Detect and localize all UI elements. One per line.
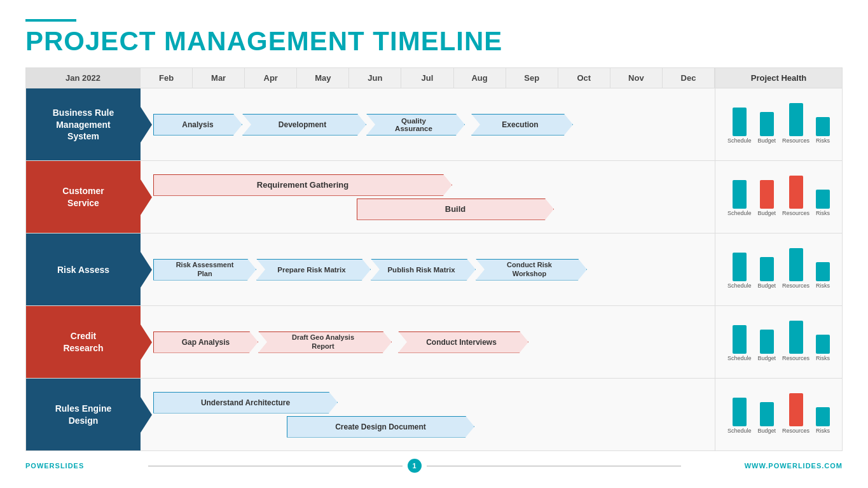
slide: PROJECT MANAGEMENT TIMELINE Jan 2022 Feb… <box>0 0 868 488</box>
arrow-understand-architecture: Understand Architecture <box>153 392 338 414</box>
footer-brand: POWERSLIDES <box>25 462 84 470</box>
health-schedule: Schedule <box>727 108 752 144</box>
health-bars-cs: Schedule Budget Resources <box>727 176 830 216</box>
health-budget-re: Budget <box>757 402 776 434</box>
month-oct: Oct <box>558 68 610 88</box>
footer: POWERSLIDES 1 WWW.POWERLIDES.COM <box>25 456 843 475</box>
gantt-row-cs-top: Requirement Gathering <box>153 175 715 195</box>
health-risks: Risks <box>816 117 830 144</box>
month-sep: Sep <box>506 68 558 88</box>
gantt-risk-assess: Risk AssessmentPlan Prepare Risk Matrix … <box>141 234 715 305</box>
health-business-rule: Schedule Budget Resources <box>715 88 842 160</box>
footer-center: 1 <box>148 459 681 473</box>
arrow-development: Development <box>242 114 366 136</box>
header: PROJECT MANAGEMENT TIMELINE <box>25 19 843 56</box>
footer-power: POWER <box>25 462 55 470</box>
footer-url: WWW.POWERLIDES.COM <box>745 462 843 470</box>
label-rules-engine: Rules EngineDesign <box>26 379 141 450</box>
arrow-prepare-risk-matrix: Prepare Risk Matrix <box>256 259 371 281</box>
health-customer-service: Schedule Budget Resources <box>715 161 842 233</box>
health-schedule-cr: Schedule <box>727 325 752 361</box>
arrow-draft-geo: Draft Geo AnalysisReport <box>258 331 392 353</box>
health-bars-cr: Schedule Budget Resources <box>727 321 830 361</box>
month-nov: Nov <box>610 68 663 88</box>
footer-line-left <box>148 466 403 466</box>
health-rules-engine: Schedule Budget Resources <box>715 379 842 450</box>
health-resources-re: Resources <box>782 393 809 434</box>
label-business-rule: Business RuleManagementSystem <box>26 88 141 160</box>
title-black: PROJECT MANAGEMENT <box>25 26 373 56</box>
gantt-row-1-top: Analysis Development QualityAssurance Ex… <box>153 115 715 135</box>
rows-container: Business RuleManagementSystem Analysis D… <box>25 88 843 451</box>
health-bars-business-rule: Schedule Budget Resources <box>727 103 830 144</box>
accent-line <box>25 19 76 22</box>
arrow-publish-risk-matrix: Publish Risk Matrix <box>371 259 476 281</box>
health-bars-ra: Schedule Budget Resources <box>727 248 830 289</box>
month-jan: Jan 2022 <box>26 68 141 88</box>
health-schedule-cs: Schedule <box>727 180 752 216</box>
page-number: 1 <box>408 459 422 473</box>
footer-line-right <box>427 466 681 466</box>
gantt-rules-engine: Understand Architecture Create Design Do… <box>141 379 715 450</box>
health-bars-re: Schedule Budget Resources <box>727 393 830 434</box>
row-rules-engine: Rules EngineDesign Understand Architectu… <box>26 379 842 450</box>
page-title: PROJECT MANAGEMENT TIMELINE <box>25 27 843 56</box>
month-aug: Aug <box>454 68 506 88</box>
gantt-business-rule: Analysis Development QualityAssurance Ex… <box>141 88 715 160</box>
gantt-credit-research: Gap Analysis Draft Geo AnalysisReport Co… <box>141 306 715 378</box>
health-resources-ra: Resources <box>782 248 809 289</box>
health-risks-cs: Risks <box>816 190 830 216</box>
row-customer-service: CustomerService Requirement Gathering Bu… <box>26 161 842 234</box>
month-feb: Feb <box>141 68 193 88</box>
health-risks-cr: Risks <box>816 335 830 361</box>
health-budget: Budget <box>757 112 776 144</box>
title-cyan: TIMELINE <box>373 26 502 56</box>
row-risk-assess: Risk Assess Risk AssessmentPlan Prepare … <box>26 234 842 306</box>
health-resources-cs: Resources <box>782 176 809 216</box>
health-resources-cr: Resources <box>782 321 809 361</box>
month-mar: Mar <box>193 68 245 88</box>
health-budget-cr: Budget <box>757 330 776 361</box>
month-header-row: Jan 2022 Feb Mar Apr May Jun Jul Aug Sep… <box>25 67 843 88</box>
arrow-create-design-document: Create Design Document <box>287 416 474 438</box>
label-customer-service: CustomerService <box>26 161 141 233</box>
health-budget-cs: Budget <box>757 180 776 216</box>
gantt-row-re-bottom: Create Design Document <box>153 417 715 437</box>
row-business-rule: Business RuleManagementSystem Analysis D… <box>26 88 842 161</box>
health-header: Project Health <box>715 68 842 88</box>
month-apr: Apr <box>245 68 297 88</box>
timeline-area: Jan 2022 Feb Mar Apr May Jun Jul Aug Sep… <box>25 67 843 451</box>
footer-slides: SLIDES <box>55 462 85 470</box>
arrow-conduct-risk-workshop: Conduct RiskWorkshop <box>476 259 587 281</box>
arrow-conduct-interviews: Conduct Interviews <box>398 331 528 353</box>
month-dec: Dec <box>663 68 715 88</box>
arrow-build: Build <box>357 199 554 220</box>
health-risks-ra: Risks <box>816 262 830 289</box>
month-may: May <box>297 68 349 88</box>
health-budget-ra: Budget <box>757 257 776 289</box>
arrow-gap-analysis: Gap Analysis <box>153 331 258 353</box>
row-credit-research: CreditResearch Gap Analysis Draft Geo An… <box>26 306 842 379</box>
health-resources: Resources <box>782 103 809 144</box>
health-credit-research: Schedule Budget Resources <box>715 306 842 378</box>
arrow-risk-assessment-plan: Risk AssessmentPlan <box>153 259 256 281</box>
arrow-quality-assurance: QualityAssurance <box>366 114 465 136</box>
health-risk-assess: Schedule Budget Resources <box>715 234 842 305</box>
label-risk-assess: Risk Assess <box>26 234 141 305</box>
health-schedule-ra: Schedule <box>727 253 752 289</box>
content-area: Jan 2022 Feb Mar Apr May Jun Jul Aug Sep… <box>25 67 843 451</box>
arrow-execution: Execution <box>471 114 573 136</box>
gantt-row-cr-top: Gap Analysis Draft Geo AnalysisReport Co… <box>153 331 715 354</box>
label-credit-research: CreditResearch <box>26 306 141 378</box>
health-schedule-re: Schedule <box>727 398 752 434</box>
gantt-row-cs-bottom: Build <box>153 199 715 220</box>
month-jul: Jul <box>401 68 453 88</box>
gantt-row-re-top: Understand Architecture <box>153 393 715 413</box>
gantt-customer-service: Requirement Gathering Build <box>141 161 715 233</box>
gantt-row-ra-top: Risk AssessmentPlan Prepare Risk Matrix … <box>153 258 715 281</box>
arrow-analysis: Analysis <box>153 114 242 136</box>
arrow-requirement-gathering: Requirement Gathering <box>153 174 452 196</box>
health-risks-re: Risks <box>816 407 830 434</box>
month-jun: Jun <box>349 68 401 88</box>
